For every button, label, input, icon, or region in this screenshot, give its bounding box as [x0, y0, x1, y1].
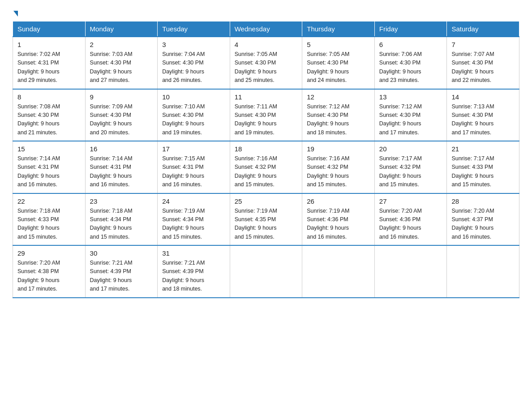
day-info: Sunrise: 7:20 AMSunset: 4:36 PMDaylight:… — [379, 207, 442, 242]
calendar-cell: 13 Sunrise: 7:12 AMSunset: 4:30 PMDaylig… — [374, 89, 447, 141]
day-number: 21 — [451, 145, 515, 153]
calendar-cell: 21 Sunrise: 7:17 AMSunset: 4:33 PMDaylig… — [447, 141, 519, 193]
calendar-cell: 29 Sunrise: 7:20 AMSunset: 4:38 PMDaylig… — [13, 245, 86, 298]
day-info: Sunrise: 7:09 AMSunset: 4:30 PMDaylight:… — [90, 103, 153, 137]
day-info: Sunrise: 7:20 AMSunset: 4:37 PMDaylight:… — [451, 207, 515, 242]
calendar-header-monday: Monday — [85, 21, 158, 37]
calendar-cell: 2 Sunrise: 7:03 AMSunset: 4:30 PMDayligh… — [85, 37, 158, 89]
calendar-header-sunday: Sunday — [13, 21, 86, 37]
day-number: 25 — [235, 197, 298, 205]
calendar-cell — [302, 245, 375, 298]
calendar-cell: 27 Sunrise: 7:20 AMSunset: 4:36 PMDaylig… — [374, 193, 447, 246]
day-number: 30 — [90, 249, 153, 257]
day-number: 27 — [379, 197, 442, 205]
day-info: Sunrise: 7:20 AMSunset: 4:38 PMDaylight:… — [17, 259, 81, 294]
calendar-cell: 31 Sunrise: 7:21 AMSunset: 4:39 PMDaylig… — [158, 245, 230, 298]
calendar-header-wednesday: Wednesday — [230, 21, 302, 37]
day-info: Sunrise: 7:19 AMSunset: 4:36 PMDaylight:… — [307, 207, 370, 242]
calendar-cell: 9 Sunrise: 7:09 AMSunset: 4:30 PMDayligh… — [85, 89, 158, 141]
day-number: 2 — [90, 41, 153, 48]
calendar-cell: 10 Sunrise: 7:10 AMSunset: 4:30 PMDaylig… — [158, 89, 230, 141]
day-number: 7 — [451, 41, 515, 48]
day-info: Sunrise: 7:12 AMSunset: 4:30 PMDaylight:… — [379, 103, 442, 137]
day-number: 19 — [307, 145, 370, 153]
calendar-cell: 24 Sunrise: 7:19 AMSunset: 4:34 PMDaylig… — [158, 193, 230, 246]
page-header — [13, 11, 519, 17]
calendar-cell: 4 Sunrise: 7:05 AMSunset: 4:30 PMDayligh… — [230, 37, 302, 89]
day-number: 13 — [379, 93, 442, 101]
day-number: 11 — [235, 93, 298, 101]
calendar-cell: 12 Sunrise: 7:12 AMSunset: 4:30 PMDaylig… — [302, 89, 375, 141]
calendar-cell: 30 Sunrise: 7:21 AMSunset: 4:39 PMDaylig… — [85, 245, 158, 298]
day-info: Sunrise: 7:21 AMSunset: 4:39 PMDaylight:… — [90, 259, 153, 294]
day-info: Sunrise: 7:08 AMSunset: 4:30 PMDaylight:… — [17, 103, 81, 137]
day-info: Sunrise: 7:10 AMSunset: 4:30 PMDaylight:… — [162, 103, 225, 137]
day-info: Sunrise: 7:05 AMSunset: 4:30 PMDaylight:… — [235, 50, 298, 85]
day-number: 17 — [162, 145, 225, 153]
calendar-cell: 14 Sunrise: 7:13 AMSunset: 4:30 PMDaylig… — [447, 89, 519, 141]
day-number: 3 — [162, 41, 225, 48]
day-number: 12 — [307, 93, 370, 101]
logo-arrow-icon — [13, 11, 18, 17]
day-info: Sunrise: 7:12 AMSunset: 4:30 PMDaylight:… — [307, 103, 370, 137]
calendar-cell — [447, 245, 519, 298]
day-info: Sunrise: 7:19 AMSunset: 4:34 PMDaylight:… — [162, 207, 225, 242]
day-number: 22 — [17, 197, 81, 205]
day-number: 4 — [235, 41, 298, 48]
day-number: 16 — [90, 145, 153, 153]
day-number: 8 — [17, 93, 81, 101]
calendar-week-row: 22 Sunrise: 7:18 AMSunset: 4:33 PMDaylig… — [13, 193, 519, 246]
day-number: 23 — [90, 197, 153, 205]
calendar-header-row: SundayMondayTuesdayWednesdayThursdayFrid… — [13, 21, 519, 37]
day-number: 18 — [235, 145, 298, 153]
calendar-cell: 19 Sunrise: 7:16 AMSunset: 4:32 PMDaylig… — [302, 141, 375, 193]
calendar-cell: 1 Sunrise: 7:02 AMSunset: 4:31 PMDayligh… — [13, 37, 86, 89]
calendar-header-friday: Friday — [374, 21, 447, 37]
calendar-week-row: 15 Sunrise: 7:14 AMSunset: 4:31 PMDaylig… — [13, 141, 519, 193]
day-info: Sunrise: 7:04 AMSunset: 4:30 PMDaylight:… — [162, 50, 225, 85]
calendar-header-saturday: Saturday — [447, 21, 519, 37]
day-number: 5 — [307, 41, 370, 48]
calendar-cell: 28 Sunrise: 7:20 AMSunset: 4:37 PMDaylig… — [447, 193, 519, 246]
calendar-cell: 5 Sunrise: 7:05 AMSunset: 4:30 PMDayligh… — [302, 37, 375, 89]
day-info: Sunrise: 7:02 AMSunset: 4:31 PMDaylight:… — [17, 50, 81, 85]
calendar-cell: 16 Sunrise: 7:14 AMSunset: 4:31 PMDaylig… — [85, 141, 158, 193]
day-info: Sunrise: 7:07 AMSunset: 4:30 PMDaylight:… — [451, 50, 515, 85]
calendar-week-row: 8 Sunrise: 7:08 AMSunset: 4:30 PMDayligh… — [13, 89, 519, 141]
day-info: Sunrise: 7:16 AMSunset: 4:32 PMDaylight:… — [235, 154, 298, 189]
day-number: 24 — [162, 197, 225, 205]
day-info: Sunrise: 7:14 AMSunset: 4:31 PMDaylight:… — [90, 154, 153, 189]
calendar-cell: 22 Sunrise: 7:18 AMSunset: 4:33 PMDaylig… — [13, 193, 86, 246]
day-number: 9 — [90, 93, 153, 101]
day-number: 14 — [451, 93, 515, 101]
calendar-header-tuesday: Tuesday — [158, 21, 230, 37]
day-info: Sunrise: 7:21 AMSunset: 4:39 PMDaylight:… — [162, 259, 225, 294]
day-number: 26 — [307, 197, 370, 205]
calendar-cell: 18 Sunrise: 7:16 AMSunset: 4:32 PMDaylig… — [230, 141, 302, 193]
calendar-cell: 7 Sunrise: 7:07 AMSunset: 4:30 PMDayligh… — [447, 37, 519, 89]
calendar-cell: 17 Sunrise: 7:15 AMSunset: 4:31 PMDaylig… — [158, 141, 230, 193]
day-info: Sunrise: 7:06 AMSunset: 4:30 PMDaylight:… — [379, 50, 442, 85]
day-number: 20 — [379, 145, 442, 153]
day-number: 28 — [451, 197, 515, 205]
calendar-week-row: 29 Sunrise: 7:20 AMSunset: 4:38 PMDaylig… — [13, 245, 519, 298]
day-number: 29 — [17, 249, 81, 257]
calendar-cell: 15 Sunrise: 7:14 AMSunset: 4:31 PMDaylig… — [13, 141, 86, 193]
day-number: 31 — [162, 249, 225, 257]
calendar-table: SundayMondayTuesdayWednesdayThursdayFrid… — [13, 21, 519, 298]
calendar-cell: 8 Sunrise: 7:08 AMSunset: 4:30 PMDayligh… — [13, 89, 86, 141]
day-info: Sunrise: 7:18 AMSunset: 4:33 PMDaylight:… — [17, 207, 81, 242]
day-info: Sunrise: 7:19 AMSunset: 4:35 PMDaylight:… — [235, 207, 298, 242]
calendar-cell: 20 Sunrise: 7:17 AMSunset: 4:32 PMDaylig… — [374, 141, 447, 193]
day-number: 6 — [379, 41, 442, 48]
logo — [13, 11, 18, 17]
day-number: 1 — [17, 41, 81, 48]
calendar-cell: 11 Sunrise: 7:11 AMSunset: 4:30 PMDaylig… — [230, 89, 302, 141]
calendar-header-thursday: Thursday — [302, 21, 375, 37]
calendar-cell: 6 Sunrise: 7:06 AMSunset: 4:30 PMDayligh… — [374, 37, 447, 89]
day-info: Sunrise: 7:17 AMSunset: 4:32 PMDaylight:… — [379, 154, 442, 189]
day-info: Sunrise: 7:13 AMSunset: 4:30 PMDaylight:… — [451, 103, 515, 137]
day-info: Sunrise: 7:14 AMSunset: 4:31 PMDaylight:… — [17, 154, 81, 189]
day-info: Sunrise: 7:17 AMSunset: 4:33 PMDaylight:… — [451, 154, 515, 189]
calendar-cell — [230, 245, 302, 298]
